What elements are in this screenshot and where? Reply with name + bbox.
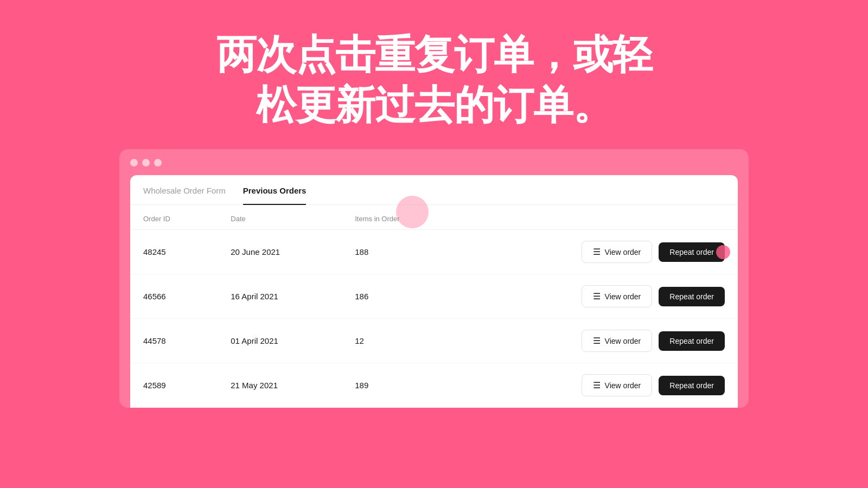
dot-yellow (142, 159, 150, 166)
hero-title: 两次点击重复订单，或轻 松更新过去的订单。 (216, 30, 652, 130)
repeat-order-button[interactable]: Repeat order (659, 331, 725, 351)
app-window: Wholesale Order Form Previous Orders Ord… (130, 175, 738, 408)
table-row: 46566 16 April 2021 186 ☰ View order (130, 274, 738, 319)
tab-wholesale[interactable]: Wholesale Order Form (143, 175, 226, 205)
click-indicator (716, 245, 730, 259)
col-date: Date (218, 205, 342, 230)
actions-cell: ☰ View order Repeat order (458, 230, 738, 274)
browser-dots (130, 159, 738, 166)
view-order-button[interactable]: ☰ View order (582, 285, 653, 307)
browser-window: Wholesale Order Form Previous Orders Ord… (119, 149, 749, 408)
list-icon: ☰ (593, 380, 601, 390)
dot-red (130, 159, 138, 166)
actions-cell: ☰ View order Repeat order (458, 363, 738, 408)
tabs-bar: Wholesale Order Form Previous Orders (130, 175, 738, 205)
table-row: 42589 21 May 2021 189 ☰ View order (130, 363, 738, 408)
repeat-order-button[interactable]: Repeat order (659, 287, 725, 306)
table-row: 44578 01 April 2021 12 ☰ View order (130, 319, 738, 363)
date-cell: 01 April 2021 (218, 319, 342, 363)
repeat-order-button[interactable]: Repeat order (659, 242, 725, 262)
col-order-id: Order ID (130, 205, 218, 230)
orders-table: Order ID Date Items in Order 48245 (130, 205, 738, 408)
view-order-button[interactable]: ☰ View order (582, 241, 653, 263)
items-cell: 188 (342, 230, 458, 274)
view-order-button[interactable]: ☰ View order (582, 330, 653, 352)
order-id-cell: 48245 (130, 230, 218, 274)
tab-previous-orders[interactable]: Previous Orders (243, 175, 307, 205)
dot-green (154, 159, 162, 166)
list-icon: ☰ (593, 291, 601, 301)
col-items: Items in Order (342, 205, 458, 230)
order-id-cell: 46566 (130, 274, 218, 319)
actions-cell: ☰ View order Repeat order (458, 274, 738, 319)
hero-section: 两次点击重复订单，或轻 松更新过去的订单。 (108, 0, 761, 149)
repeat-order-button[interactable]: Repeat order (659, 376, 725, 395)
date-cell: 16 April 2021 (218, 274, 342, 319)
actions-cell: ☰ View order Repeat order (458, 319, 738, 363)
items-cell: 12 (342, 319, 458, 363)
items-cell: 186 (342, 274, 458, 319)
order-id-cell: 44578 (130, 319, 218, 363)
view-order-button[interactable]: ☰ View order (582, 374, 653, 396)
items-cell: 189 (342, 363, 458, 408)
list-icon: ☰ (593, 336, 601, 346)
date-cell: 20 June 2021 (218, 230, 342, 274)
table-row: 48245 20 June 2021 188 ☰ View order (130, 230, 738, 274)
order-id-cell: 42589 (130, 363, 218, 408)
list-icon: ☰ (593, 247, 601, 257)
col-actions (458, 205, 738, 230)
date-cell: 21 May 2021 (218, 363, 342, 408)
